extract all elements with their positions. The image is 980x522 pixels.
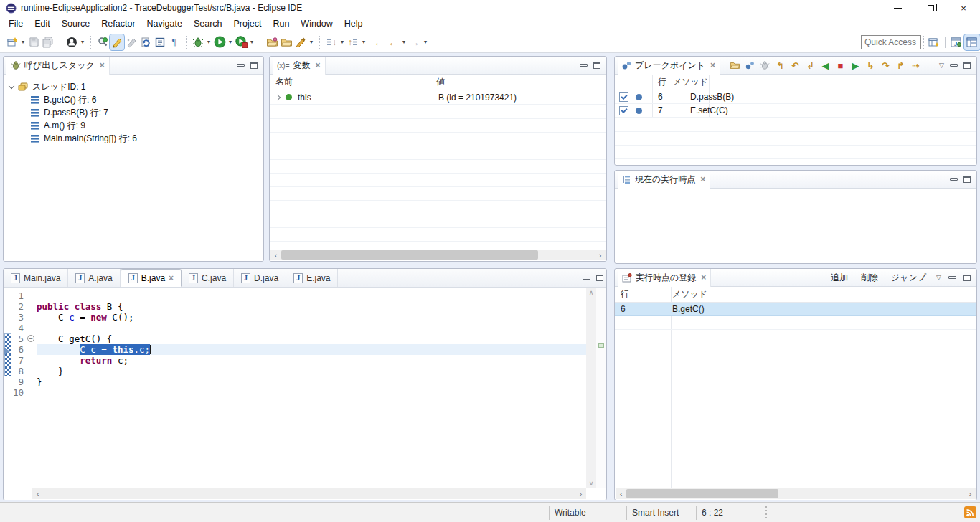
code-text[interactable]: C getC() { bbox=[37, 333, 586, 344]
fold-ruler[interactable] bbox=[27, 387, 37, 398]
stack-frame-row[interactable]: Main.main(String[]) 行: 6 bbox=[31, 132, 263, 145]
menu-navigate[interactable]: Navigate bbox=[141, 17, 188, 30]
forward-dropdown-icon[interactable]: ▾ bbox=[422, 39, 429, 45]
quick-access-input[interactable] bbox=[861, 35, 921, 49]
scroll-right-icon[interactable]: › bbox=[595, 251, 606, 260]
back-icon[interactable]: ← bbox=[386, 34, 400, 50]
next-annotation-icon[interactable]: ↓ bbox=[324, 34, 339, 50]
fold-ruler[interactable] bbox=[27, 290, 37, 301]
fold-ruler[interactable] bbox=[27, 301, 37, 312]
menu-refactor[interactable]: Refactor bbox=[95, 17, 141, 30]
scroll-thumb[interactable] bbox=[281, 250, 538, 260]
run-to-line-icon[interactable]: ⇢ bbox=[908, 58, 923, 72]
tab-c-java[interactable]: J C.java bbox=[182, 269, 234, 287]
minimize-view-icon[interactable] bbox=[948, 276, 956, 279]
step-into-icon[interactable]: ↳ bbox=[863, 58, 878, 72]
resume-forward-icon[interactable]: ▶ bbox=[848, 58, 863, 72]
last-edit-location-icon[interactable]: ← bbox=[372, 34, 386, 50]
maximize-view-icon[interactable] bbox=[963, 176, 971, 183]
scroll-left-icon[interactable]: ‹ bbox=[32, 490, 43, 498]
code-line[interactable]: 5− C getC() { bbox=[4, 333, 586, 344]
code-line[interactable]: 8 } bbox=[4, 366, 586, 376]
user-dropdown-icon[interactable]: ▾ bbox=[79, 39, 86, 45]
step-back-return-icon[interactable]: ↲ bbox=[803, 58, 818, 72]
resume-backward-icon[interactable]: ◀ bbox=[818, 58, 833, 72]
code-text[interactable]: C c = this.c; bbox=[37, 344, 586, 355]
jump-button[interactable]: ジャンプ bbox=[888, 272, 929, 284]
column-line[interactable]: 行 bbox=[615, 76, 666, 88]
step-return-icon[interactable]: ↱ bbox=[893, 58, 908, 72]
breakpoint-row[interactable]: 6 D.passB(B) bbox=[615, 90, 976, 104]
run-icon[interactable] bbox=[212, 34, 227, 50]
column-value[interactable]: 値 bbox=[429, 76, 445, 88]
minimize-view-icon[interactable] bbox=[580, 64, 588, 67]
java-perspective-icon[interactable]: J bbox=[948, 34, 964, 50]
step-back-into-icon[interactable]: ↰ bbox=[773, 58, 788, 72]
synchronize-icon[interactable] bbox=[138, 34, 153, 50]
stack-frame-row[interactable]: D.passB(B) 行: 7 bbox=[31, 106, 263, 119]
stop-icon[interactable]: ■ bbox=[833, 58, 848, 72]
maximize-view-icon[interactable] bbox=[963, 275, 971, 281]
maximize-view-icon[interactable] bbox=[596, 275, 603, 281]
debug-perspective-icon[interactable] bbox=[964, 34, 980, 50]
editor-hscrollbar[interactable]: ‹ › bbox=[32, 488, 586, 499]
code-line[interactable]: 4 bbox=[4, 323, 586, 333]
debug-dropdown-icon[interactable]: ▾ bbox=[205, 39, 212, 45]
next-annotation-dropdown-icon[interactable]: ▾ bbox=[339, 39, 346, 45]
regpoint-row-selected[interactable]: 6 B.getC() bbox=[615, 303, 976, 316]
minimize-view-icon[interactable] bbox=[950, 64, 958, 67]
scroll-up-icon[interactable]: ∧ bbox=[589, 289, 594, 296]
menu-window[interactable]: Window bbox=[295, 17, 338, 30]
console-icon[interactable] bbox=[153, 34, 167, 50]
delete-button[interactable]: 削除 bbox=[858, 272, 881, 284]
back-dropdown-icon[interactable]: ▾ bbox=[400, 39, 407, 45]
expand-chevron-icon[interactable] bbox=[275, 94, 281, 100]
add-button[interactable]: 追加 bbox=[828, 272, 851, 284]
variable-row-this[interactable]: this B (id = 2101973421) bbox=[270, 90, 606, 105]
code-line[interactable]: 7 return c; bbox=[4, 355, 586, 366]
currentpoint-content[interactable] bbox=[615, 189, 976, 263]
variables-hscrollbar[interactable]: ‹ › bbox=[270, 250, 606, 260]
column-method[interactable]: メソッド bbox=[665, 288, 707, 300]
code-line[interactable]: 1 bbox=[4, 290, 586, 301]
code-line[interactable]: 3 C c = new C(); bbox=[4, 312, 586, 323]
code-text[interactable] bbox=[37, 387, 586, 398]
cursor-position-status[interactable]: 6 : 22 bbox=[702, 503, 723, 522]
marker-dropdown-icon[interactable]: ▾ bbox=[308, 39, 315, 45]
tab-a-java[interactable]: J A.java bbox=[68, 269, 120, 287]
breakpoint-row[interactable]: 7 E.setC(C) bbox=[615, 104, 976, 118]
code-line[interactable]: 2public class B { bbox=[4, 301, 586, 312]
close-tab-icon[interactable]: × bbox=[100, 60, 105, 70]
menu-search[interactable]: Search bbox=[188, 17, 228, 30]
stack-frame-row[interactable]: B.getC() 行: 6 bbox=[31, 93, 263, 106]
fold-ruler[interactable] bbox=[27, 355, 37, 366]
column-name[interactable]: 名前 bbox=[270, 76, 429, 88]
debug-icon[interactable] bbox=[191, 34, 205, 50]
close-tab-icon[interactable]: × bbox=[701, 272, 706, 283]
maximize-view-icon[interactable] bbox=[250, 62, 258, 69]
menu-help[interactable]: Help bbox=[339, 17, 369, 30]
minimize-view-icon[interactable] bbox=[583, 277, 590, 280]
news-feed-icon[interactable] bbox=[964, 506, 976, 518]
code-text[interactable]: } bbox=[37, 366, 586, 376]
menu-project[interactable]: Project bbox=[228, 17, 268, 30]
code-text[interactable]: } bbox=[37, 376, 586, 387]
code-text[interactable] bbox=[37, 290, 586, 301]
scroll-left-icon[interactable]: ‹ bbox=[270, 251, 281, 260]
maximize-view-icon[interactable] bbox=[963, 62, 971, 69]
menu-source[interactable]: Source bbox=[56, 17, 96, 30]
open-perspective-icon[interactable] bbox=[926, 34, 942, 50]
close-tab-icon[interactable]: × bbox=[169, 273, 174, 283]
annotation-ruler[interactable] bbox=[4, 288, 13, 488]
view-menu-icon[interactable]: ▽ bbox=[939, 62, 944, 69]
tab-currentpoint[interactable]: 現在の実行時点 × bbox=[618, 171, 710, 189]
close-tab-icon[interactable]: × bbox=[710, 60, 715, 70]
code-line[interactable]: 10 bbox=[4, 387, 586, 398]
breakpoint-checkbox[interactable] bbox=[619, 92, 628, 102]
column-line[interactable]: 行 bbox=[615, 288, 665, 300]
code-line[interactable]: 9} bbox=[4, 376, 586, 387]
overview-marker[interactable] bbox=[598, 343, 604, 348]
tab-main-java[interactable]: J Main.java bbox=[4, 269, 68, 287]
run-dropdown-icon[interactable]: ▾ bbox=[227, 39, 234, 45]
tab-d-java[interactable]: J D.java bbox=[234, 269, 286, 287]
